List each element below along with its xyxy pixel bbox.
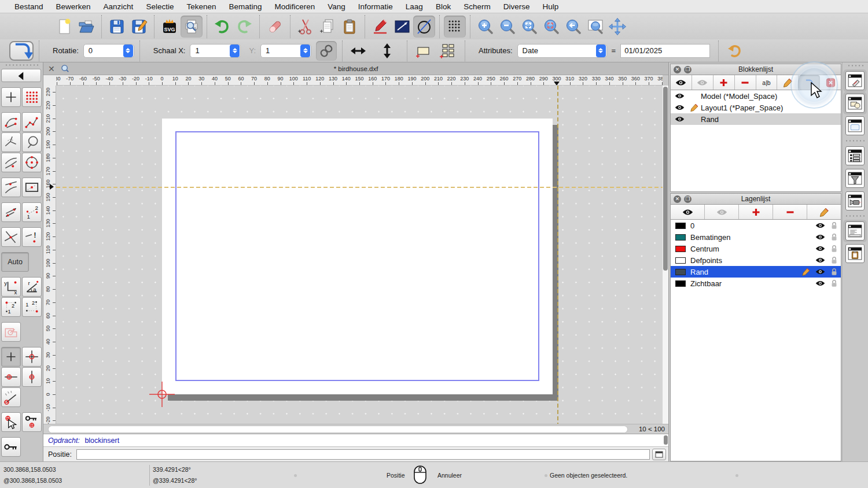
- block-rename-button[interactable]: a|b: [756, 75, 778, 90]
- dock-list-window-button[interactable]: [845, 146, 865, 165]
- snap-tangent[interactable]: [1, 178, 21, 197]
- eye-icon[interactable]: [813, 222, 827, 229]
- auto-button[interactable]: Auto: [1, 252, 29, 272]
- eye-icon[interactable]: [671, 104, 688, 111]
- undo-button[interactable]: [211, 16, 233, 38]
- eye-icon[interactable]: [671, 93, 688, 99]
- eye-icon[interactable]: [813, 257, 827, 264]
- lock-icon[interactable]: [827, 233, 841, 241]
- snap-direction[interactable]: [1, 202, 21, 222]
- attribute-value-input[interactable]: [620, 44, 710, 58]
- position-input[interactable]: [76, 449, 650, 460]
- key-lock[interactable]: [1, 437, 21, 457]
- menu-item-aanzicht[interactable]: Aanzicht: [97, 0, 140, 13]
- erase-button[interactable]: [264, 16, 286, 38]
- stepper-arrows-icon[interactable]: [123, 45, 133, 57]
- eye-icon[interactable]: [813, 280, 827, 287]
- target-key[interactable]: [22, 412, 42, 432]
- layer-color-swatch[interactable]: [675, 280, 686, 287]
- save-file-button[interactable]: [106, 16, 128, 38]
- zoom-in-button[interactable]: [475, 16, 496, 38]
- pencil-icon[interactable]: [799, 268, 813, 276]
- menu-item-bemating[interactable]: Bemating: [222, 0, 268, 13]
- target-cross[interactable]: [22, 347, 42, 367]
- menu-item-modificeren[interactable]: Modificeren: [269, 0, 322, 13]
- eye-icon[interactable]: [671, 116, 688, 123]
- new-file-button[interactable]: [53, 16, 75, 38]
- zoom-previous-button[interactable]: [562, 16, 584, 38]
- snap-loop[interactable]: [22, 132, 42, 152]
- layer-plus-button[interactable]: [739, 205, 773, 219]
- zoom-out-button[interactable]: [496, 16, 518, 38]
- drawing-area[interactable]: [56, 86, 663, 424]
- block-eye-button[interactable]: [671, 75, 692, 90]
- dock-filter-window-button[interactable]: [845, 169, 865, 188]
- export-svg-button[interactable]: SVG: [159, 16, 181, 38]
- coord-cartesian[interactable]: yx: [1, 277, 21, 297]
- zoom-selection-button[interactable]: [540, 16, 562, 38]
- snap-center[interactable]: [22, 153, 42, 172]
- target-angle[interactable]: [1, 387, 21, 407]
- block-list-item[interactable]: Model (*Model_Space): [671, 90, 841, 102]
- pointer-plus[interactable]: [1, 347, 21, 367]
- snap-intersection[interactable]: [1, 227, 21, 247]
- layer-color-swatch[interactable]: [675, 234, 686, 241]
- cut-button[interactable]: [295, 16, 317, 38]
- attribute-select[interactable]: Date: [517, 44, 607, 58]
- reset-attributes-button[interactable]: [724, 41, 745, 61]
- eye-icon[interactable]: [813, 268, 827, 275]
- block-insert-block-button[interactable]: [799, 75, 820, 90]
- menu-item-bewerken[interactable]: Bewerken: [50, 0, 97, 13]
- lock-icon[interactable]: [827, 256, 841, 264]
- dock-tools-window-button[interactable]: [845, 71, 865, 90]
- block-delete-button[interactable]: [820, 75, 841, 90]
- print-preview-button[interactable]: [181, 16, 203, 38]
- block-list-item[interactable]: Layout1 (*Paper_Space): [671, 102, 841, 113]
- line-tool-button[interactable]: [391, 16, 413, 38]
- link-scale-button[interactable]: [316, 41, 337, 61]
- snap-order[interactable]: 12: [22, 202, 42, 222]
- dock-beamer-window-button[interactable]: [845, 191, 865, 210]
- lock-icon[interactable]: [827, 221, 841, 230]
- corner-second[interactable]: 12: [22, 297, 42, 317]
- target-horizontal[interactable]: [1, 367, 21, 387]
- block-list-item[interactable]: Rand: [671, 113, 841, 125]
- dock-clipboard-window-button[interactable]: [845, 244, 865, 263]
- layer-color-swatch[interactable]: [675, 223, 686, 229]
- menu-item-hulp[interactable]: Hulp: [536, 0, 565, 13]
- coord-polar[interactable]: ra: [22, 277, 42, 297]
- layer-list-item[interactable]: Centrum: [671, 243, 841, 254]
- vertical-scrollbar-thumb[interactable]: [663, 87, 668, 271]
- dock-command-window-button[interactable]: [845, 221, 865, 241]
- draw-pencil-button[interactable]: [369, 16, 391, 38]
- paste-button[interactable]: [339, 16, 361, 38]
- menu-item-informatie[interactable]: Informatie: [352, 0, 399, 13]
- layer-pencil-button[interactable]: [807, 205, 841, 219]
- lock-icon[interactable]: [827, 245, 841, 253]
- menu-item-blok[interactable]: Blok: [429, 0, 457, 13]
- stepper-arrows-icon[interactable]: [230, 45, 240, 57]
- target-cursor[interactable]: [1, 412, 21, 432]
- command-line[interactable]: Opdracht: blockinsert: [43, 434, 668, 446]
- pencil-icon[interactable]: [688, 103, 701, 112]
- collapse-palette[interactable]: [1, 69, 41, 82]
- snap-branch[interactable]: [1, 132, 21, 152]
- position-window-button[interactable]: [652, 449, 666, 460]
- dock-shapes-window-button[interactable]: [845, 94, 865, 113]
- snap-midpoint[interactable]: [22, 178, 42, 197]
- snap-polyline[interactable]: [22, 112, 42, 132]
- zoom-fit-button[interactable]: [518, 16, 540, 38]
- command-scrollbar-thumb[interactable]: [664, 435, 668, 445]
- menu-item-diverse[interactable]: Diverse: [497, 0, 536, 13]
- snap-arc[interactable]: [1, 153, 21, 172]
- ghost-shape[interactable]: [1, 322, 21, 342]
- eye-icon[interactable]: [813, 245, 827, 252]
- block-eye-off-button[interactable]: [692, 75, 713, 90]
- menu-item-selectie[interactable]: Selectie: [139, 0, 180, 13]
- border-rectangle[interactable]: [175, 131, 540, 381]
- redo-button[interactable]: [233, 16, 255, 38]
- snap-invalid[interactable]: !: [22, 227, 42, 247]
- insert-block-mode-button[interactable]: [9, 41, 34, 61]
- snap-spline[interactable]: [1, 112, 21, 132]
- eye-icon[interactable]: [813, 234, 827, 241]
